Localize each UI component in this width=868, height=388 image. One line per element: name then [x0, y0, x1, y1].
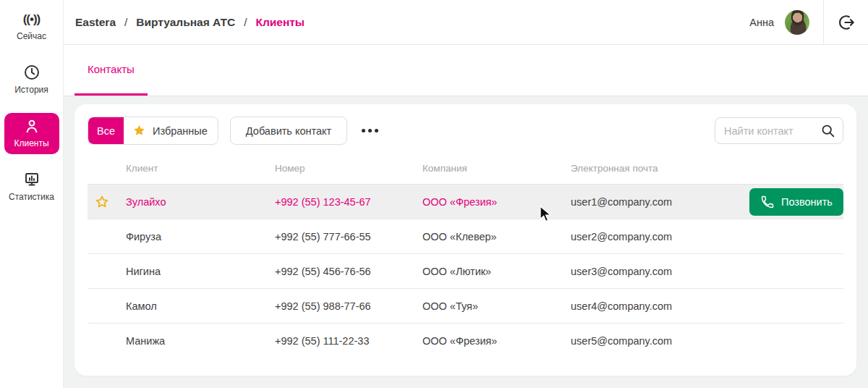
header-number: Номер: [275, 163, 422, 174]
cell-email: user1@company.com: [571, 196, 749, 208]
breadcrumb-separator: /: [124, 16, 127, 29]
cell-client: Зулайхо: [126, 196, 275, 208]
tabs-bar: Контакты: [64, 45, 868, 96]
cell-company: ООО «Клевер»: [422, 231, 571, 242]
logout-button[interactable]: [824, 0, 868, 45]
avatar[interactable]: [785, 10, 809, 35]
cell-number: +992 (55) 988-77-66: [275, 300, 422, 312]
user-name: Анна: [749, 17, 774, 28]
cell-number: +992 (55) 456-76-56: [275, 266, 422, 277]
favorite-star-icon[interactable]: [88, 194, 126, 210]
search-input[interactable]: [724, 125, 820, 137]
sidebar-item-label: История: [14, 85, 48, 95]
breadcrumb: Eastera / Виртуальная АТС / Клиенты: [75, 16, 305, 29]
sidebar-item-label: Клиенты: [14, 138, 48, 148]
cell-email: user2@company.com: [571, 231, 749, 242]
sidebar-item-statistics[interactable]: Статистика: [4, 166, 59, 208]
table-row[interactable]: Зулайхо +992 (55) 123-45-67 ООО «Фрезия»…: [88, 185, 843, 219]
phone-icon: [760, 195, 775, 209]
table-row[interactable]: Манижа +992 (55) 111-22-33 ООО «Фрезия» …: [88, 324, 843, 358]
cell-email: user3@company.com: [571, 266, 749, 277]
dot-icon: [375, 129, 378, 132]
sidebar-item-clients[interactable]: Клиенты: [4, 113, 59, 154]
cell-company: ООО «Туя»: [422, 300, 571, 312]
search-box: [715, 117, 843, 144]
cell-number: +992 (55) 123-45-67: [275, 196, 422, 208]
breadcrumb-root[interactable]: Eastera: [75, 16, 116, 29]
tab-contacts[interactable]: Контакты: [75, 45, 148, 96]
sidebar: ((•)) Сейчас История Клиенты: [0, 0, 64, 388]
search-icon[interactable]: [820, 123, 835, 138]
sidebar-item-now[interactable]: ((•)) Сейчас: [4, 7, 59, 47]
call-button-label: Позвонить: [781, 196, 833, 208]
filter-favorites-button[interactable]: Избранные: [124, 117, 218, 144]
table-header: Клиент Номер Компания Электронная почта: [88, 152, 843, 185]
filter-favorites-label: Избранные: [153, 125, 208, 137]
filter-all-button[interactable]: Все: [88, 117, 124, 144]
filter-segmented-control: Все Избранные: [88, 117, 218, 145]
sidebar-item-label: Статистика: [9, 192, 54, 202]
cell-email: user5@company.com: [571, 335, 749, 347]
cell-email: user4@company.com: [571, 300, 749, 312]
cell-client: Камол: [126, 300, 275, 312]
cell-number: +992 (55) 111-22-33: [275, 335, 422, 347]
cell-company: ООО «Лютик»: [422, 266, 571, 277]
header-email: Электронная почта: [571, 163, 749, 174]
more-options-button[interactable]: [357, 125, 383, 137]
cell-client: Фируза: [126, 231, 275, 242]
cell-client: Манижа: [126, 335, 275, 347]
sidebar-item-history[interactable]: История: [4, 59, 59, 101]
clock-icon: [23, 64, 41, 81]
dot-icon: [362, 129, 365, 132]
topbar: Eastera / Виртуальная АТС / Клиенты Анна: [64, 0, 868, 45]
cell-number: +992 (55) 777-66-55: [275, 231, 422, 242]
cell-company: ООО «Фрезия»: [422, 335, 571, 347]
topbar-right: Анна: [749, 0, 868, 44]
breadcrumb-section[interactable]: Виртуальная АТС: [136, 16, 235, 29]
contacts-toolbar: Все Избранные Добавить контакт: [88, 117, 843, 145]
call-button[interactable]: Позвонить: [749, 188, 843, 216]
table-row[interactable]: Камол +992 (55) 988-77-66 ООО «Туя» user…: [88, 289, 843, 324]
stats-icon: [23, 171, 41, 188]
sidebar-item-label: Сейчас: [17, 31, 46, 41]
person-icon: [23, 117, 41, 135]
table-row[interactable]: Фируза +992 (55) 777-66-55 ООО «Клевер» …: [88, 219, 843, 254]
header-client: Клиент: [126, 163, 275, 174]
table-row[interactable]: Нигина +992 (55) 456-76-56 ООО «Лютик» u…: [88, 254, 843, 289]
header-company: Компания: [422, 163, 571, 174]
star-icon: [132, 123, 147, 138]
add-contact-button[interactable]: Добавить контакт: [230, 117, 347, 145]
content-area: Все Избранные Добавить контакт: [64, 96, 868, 388]
virtual-pbx-app: ((•)) Сейчас История Клиенты: [0, 0, 868, 388]
cell-company: ООО «Фрезия»: [422, 196, 571, 208]
contacts-card: Все Избранные Добавить контакт: [75, 104, 856, 376]
dot-icon: [368, 129, 372, 132]
contacts-table: Клиент Номер Компания Электронная почта …: [88, 152, 843, 358]
broadcast-icon: ((•)): [23, 12, 41, 28]
cell-client: Нигина: [126, 266, 275, 277]
breadcrumb-current: Клиенты: [255, 16, 305, 29]
logout-icon: [837, 13, 856, 32]
breadcrumb-separator: /: [244, 16, 247, 29]
